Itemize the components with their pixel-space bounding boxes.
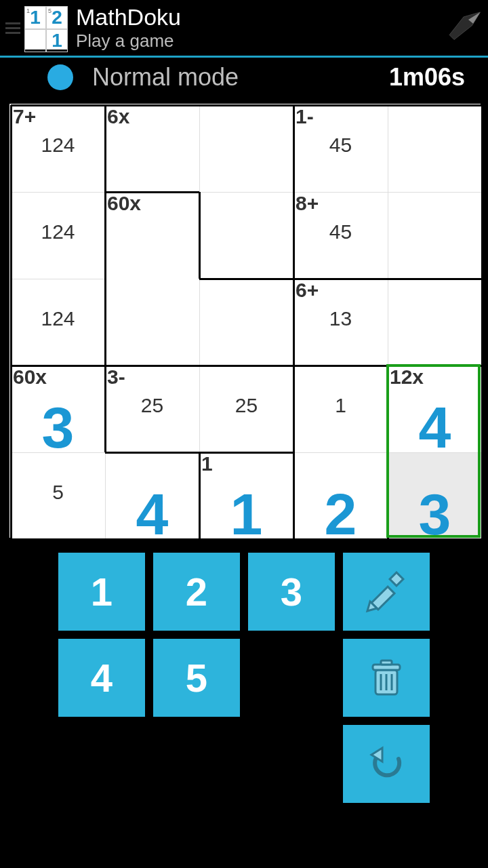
mode-bar: Normal mode 1m06s [0,58,488,97]
cell-r3-c2[interactable]: 25 [199,366,293,452]
cage-label: 6+ [296,280,319,300]
key-3[interactable]: 3 [248,553,335,631]
keypad: 1 2 3 4 5 [0,553,488,803]
app-title: MathDoku [76,4,435,31]
cell-notes: 13 [293,307,388,330]
app-header: 11 52 1 MathDoku Play a game [0,0,488,58]
cell-r4-c1[interactable]: 4 [105,452,199,539]
cell-r2-c0[interactable]: 124 [11,279,105,366]
cage-label: 60x [107,193,141,214]
cage-border [199,278,293,280]
cage-border [105,191,199,193]
cell-r2-c2[interactable] [199,279,293,366]
cell-notes: 45 [293,220,388,243]
cell-value: 2 [293,485,388,543]
cell-r1-c4[interactable] [388,192,482,279]
cell-notes: 25 [105,394,199,417]
cell-value: 1 [199,485,293,543]
cell-r1-c2[interactable] [199,192,293,279]
cage-label: 1 [201,454,213,474]
cage-border [199,452,201,539]
cage-label: 12x [390,367,424,387]
pencil-icon [365,570,408,614]
cell-notes: 25 [199,394,293,417]
timer: 1m06s [389,63,465,92]
cell-notes: 1 [293,394,388,417]
cage-border [293,105,295,452]
svg-rect-7 [381,660,392,665]
grid-line [11,279,105,279]
cell-r0-c3[interactable]: 1-45 [293,105,388,192]
key-pencil[interactable] [343,553,430,631]
cage-border [11,538,482,540]
cage-label: 60x [13,367,47,387]
cage-border [293,452,295,539]
key-1[interactable]: 1 [58,553,145,631]
svg-rect-4 [390,572,403,586]
cage-border [10,105,12,539]
cage-label: 6x [107,106,129,127]
cell-r0-c4[interactable] [388,105,482,192]
key-5[interactable]: 5 [153,639,240,717]
pen-nib-icon[interactable] [435,11,483,45]
grid-line [11,192,105,193]
mode-label: Normal mode [92,63,389,92]
cage-border [199,192,201,279]
cell-r2-c3[interactable]: 6+13 [293,279,388,366]
cell-value: 3 [388,485,482,543]
grid-line [388,105,388,192]
grid-line [388,279,388,366]
cell-r3-c1[interactable]: 3-25 [105,366,199,452]
cell-r1-c0[interactable]: 124 [11,192,105,279]
key-empty [248,639,335,717]
cell-r3-c3[interactable]: 1 [293,366,388,452]
cell-notes: 124 [11,134,105,157]
cage-label: 8+ [296,193,319,214]
cage-label: 7+ [13,106,36,127]
cell-r1-c3[interactable]: 8+45 [293,192,388,279]
cell-r4-c0[interactable]: 5 [11,452,105,539]
cage-border [104,105,106,452]
cell-r1-c1[interactable]: 60x [105,192,199,279]
key-delete[interactable] [343,639,430,717]
cage-label: 1- [296,106,314,127]
cell-r0-c2[interactable] [199,105,293,192]
trash-icon [365,656,408,700]
cage-border [387,366,389,539]
grid-line [105,452,106,539]
cage-border [481,105,483,539]
cell-value: 4 [105,485,199,543]
key-4[interactable]: 4 [58,639,145,717]
cell-r0-c0[interactable]: 7+124 [11,105,105,192]
undo-icon [365,743,408,786]
cell-r4-c2[interactable]: 11 [199,452,293,539]
cell-r2-c1[interactable] [105,279,199,366]
cell-r4-c4[interactable]: 3 [388,452,482,539]
cage-border [11,104,482,106]
grid-line [388,452,482,453]
cell-value: 3 [11,398,105,456]
cell-r0-c1[interactable]: 6x [105,105,199,192]
grid-line [388,192,388,279]
grid-line [199,105,200,192]
app-subtitle: Play a game [76,31,435,52]
cage-border [11,365,482,367]
cage-border [293,278,482,280]
key-undo[interactable] [343,725,430,803]
key-2[interactable]: 2 [153,553,240,631]
cell-r3-c4[interactable]: 12x4 [388,366,482,452]
cell-r3-c0[interactable]: 60x3 [11,366,105,452]
cell-value: 4 [388,398,482,456]
cage-label: 3- [107,367,125,387]
cell-r4-c3[interactable]: 2 [293,452,388,539]
app-icon: 11 52 1 [24,6,68,50]
menu-icon[interactable] [5,20,20,37]
cell-notes: 45 [293,134,388,157]
cell-notes: 124 [11,220,105,243]
grid-line [293,452,388,453]
mode-indicator-dot [47,64,73,90]
cell-notes: 5 [11,481,105,504]
cell-notes: 124 [11,307,105,330]
cell-r2-c4[interactable] [388,279,482,366]
game-board[interactable]: 7+1246x1-4512460x8+451246+1360x33-252511… [9,104,481,538]
